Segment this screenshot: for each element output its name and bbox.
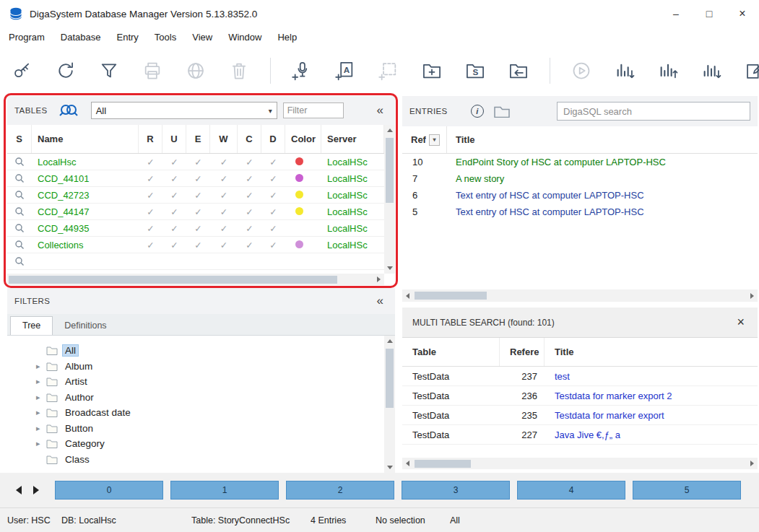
- col-header-c[interactable]: C: [238, 125, 261, 153]
- entry-row[interactable]: 6 Text entry of HSC at computer LAPTOP-H…: [402, 187, 758, 204]
- scrollbar-thumb[interactable]: [386, 349, 394, 408]
- info-icon[interactable]: i: [471, 105, 484, 118]
- page-button-1[interactable]: 1: [170, 481, 279, 500]
- scrollbar-thumb[interactable]: [386, 138, 394, 203]
- menu-item-entry[interactable]: Entry: [109, 29, 147, 45]
- scroll-right-arrow[interactable]: [373, 274, 384, 285]
- entry-row[interactable]: 10 EndPoint Story of HSC at computer LAP…: [402, 154, 758, 170]
- col-header-server[interactable]: Server: [321, 125, 384, 153]
- scrollbar-thumb[interactable]: [415, 460, 471, 468]
- scroll-right-arrow[interactable]: [747, 458, 758, 469]
- play-icon[interactable]: [569, 58, 594, 83]
- page-button-2[interactable]: 2: [286, 481, 394, 500]
- result-row[interactable]: TestData 236 Testdata for marker export …: [402, 386, 758, 406]
- print-icon[interactable]: [140, 58, 165, 83]
- add-text-entry-icon[interactable]: A: [333, 58, 357, 83]
- row-search-icon[interactable]: [7, 157, 32, 167]
- scrollbar-thumb[interactable]: [415, 292, 487, 300]
- tables-vscrollbar[interactable]: [384, 125, 395, 274]
- edit-entry-icon[interactable]: [742, 58, 759, 83]
- menu-item-view[interactable]: View: [184, 29, 220, 45]
- levels-3-icon[interactable]: [699, 58, 724, 83]
- col-header-d[interactable]: D: [261, 125, 285, 153]
- refresh-icon[interactable]: [53, 58, 78, 83]
- new-folder-icon[interactable]: [420, 58, 444, 83]
- folder-s-icon[interactable]: S: [463, 58, 487, 83]
- col-header-e[interactable]: E: [186, 125, 210, 153]
- entry-row[interactable]: 5 Text entry of HSC at computer LAPTOP-H…: [402, 204, 758, 220]
- expand-arrow-icon[interactable]: ▸: [36, 377, 46, 386]
- row-search-icon[interactable]: [7, 190, 32, 200]
- scroll-right-arrow[interactable]: [747, 290, 758, 301]
- table-row[interactable]: Collections ✓ ✓ ✓ ✓ ✓ ✓ LocalHSc: [7, 237, 384, 253]
- col-header-u[interactable]: U: [162, 125, 186, 153]
- tree-item-broadcast-date[interactable]: ▸ Broadcast date: [7, 405, 384, 421]
- row-search-icon[interactable]: [7, 173, 32, 183]
- result-row[interactable]: TestData 227 Java Jive €,ƒ„ a: [402, 425, 758, 445]
- page-button-4[interactable]: 4: [517, 481, 625, 500]
- folder-import-icon[interactable]: [506, 58, 531, 83]
- delete-icon[interactable]: [227, 58, 251, 83]
- filters-vscrollbar[interactable]: [384, 336, 395, 473]
- scroll-up-arrow[interactable]: [384, 336, 395, 346]
- tab-tree[interactable]: Tree: [10, 316, 53, 335]
- maximize-button[interactable]: □: [693, 0, 726, 27]
- col-header-reference[interactable]: Refere: [500, 338, 545, 366]
- row-search-icon[interactable]: [7, 240, 32, 250]
- result-row[interactable]: TestData 237 test: [402, 367, 758, 386]
- tree-item-artist[interactable]: ▸ Artist: [7, 374, 384, 390]
- minimize-button[interactable]: –: [659, 0, 693, 27]
- collapse-filters-button[interactable]: «: [373, 294, 388, 308]
- folder-icon[interactable]: [494, 105, 510, 118]
- table-row[interactable]: CCD_42723 ✓ ✓ ✓ ✓ ✓ ✓ LocalHSc: [7, 187, 384, 204]
- tree-item-category[interactable]: ▸ Category: [7, 436, 384, 452]
- menu-item-tools[interactable]: Tools: [147, 29, 184, 45]
- scroll-down-arrow[interactable]: [384, 462, 395, 473]
- marquee-select-icon[interactable]: [376, 58, 401, 83]
- row-search-icon[interactable]: [7, 206, 32, 217]
- expand-arrow-icon[interactable]: ▸: [36, 439, 46, 448]
- table-filter-input[interactable]: [283, 103, 344, 118]
- digasql-search-input[interactable]: [557, 102, 750, 121]
- key-icon[interactable]: [10, 58, 35, 83]
- pager-next-button[interactable]: [27, 481, 45, 499]
- menu-item-program[interactable]: Program: [1, 29, 53, 45]
- table-row[interactable]: [7, 253, 384, 270]
- pager-prev-button[interactable]: [10, 481, 27, 499]
- col-header-name[interactable]: Name: [32, 125, 139, 153]
- tree-item-class[interactable]: Class: [7, 452, 384, 468]
- tree-item-all[interactable]: All: [7, 343, 384, 359]
- menu-item-help[interactable]: Help: [269, 29, 305, 45]
- scroll-left-arrow[interactable]: [402, 290, 413, 301]
- expand-arrow-icon[interactable]: ▸: [36, 408, 46, 417]
- col-header-r[interactable]: R: [139, 125, 162, 153]
- tab-definitions[interactable]: Definitions: [53, 317, 118, 335]
- entries-hscrollbar[interactable]: [402, 289, 758, 302]
- tree-item-button[interactable]: ▸ Button: [7, 421, 384, 437]
- scroll-left-arrow[interactable]: [402, 458, 413, 469]
- row-search-icon[interactable]: [7, 256, 32, 266]
- close-button[interactable]: ×: [726, 0, 759, 27]
- tree-item-author[interactable]: ▸ Author: [7, 390, 384, 406]
- expand-arrow-icon[interactable]: ▸: [36, 424, 46, 433]
- collapse-tables-button[interactable]: «: [373, 103, 388, 118]
- col-header-w[interactable]: W: [210, 125, 238, 153]
- col-header-table[interactable]: Table: [402, 338, 500, 366]
- expand-arrow-icon[interactable]: ▸: [36, 362, 46, 371]
- levels-1-icon[interactable]: [612, 58, 637, 83]
- table-row[interactable]: CCD_44147 ✓ ✓ ✓ ✓ ✓ ✓ LocalHSc: [7, 204, 384, 220]
- col-header-s[interactable]: S: [7, 125, 32, 153]
- menu-item-window[interactable]: Window: [220, 29, 269, 45]
- table-row[interactable]: CCD_44935 ✓ ✓ ✓ ✓ ✓ ✓ LocalHSc: [7, 220, 384, 237]
- ref-filter-caret-icon[interactable]: ▾: [429, 134, 440, 146]
- tree-item-album[interactable]: ▸ Album: [7, 359, 384, 375]
- scroll-up-arrow[interactable]: [384, 125, 395, 136]
- multi-hscrollbar[interactable]: [402, 458, 758, 469]
- table-row[interactable]: CCD_44101 ✓ ✓ ✓ ✓ ✓ ✓ LocalHSc: [7, 170, 384, 187]
- scroll-down-arrow[interactable]: [384, 263, 395, 274]
- tables-hscrollbar[interactable]: [7, 274, 384, 285]
- levels-2-icon[interactable]: [656, 58, 680, 83]
- page-button-3[interactable]: 3: [402, 481, 510, 500]
- page-button-0[interactable]: 0: [55, 481, 163, 500]
- col-header-ref[interactable]: Ref ▾: [402, 126, 447, 153]
